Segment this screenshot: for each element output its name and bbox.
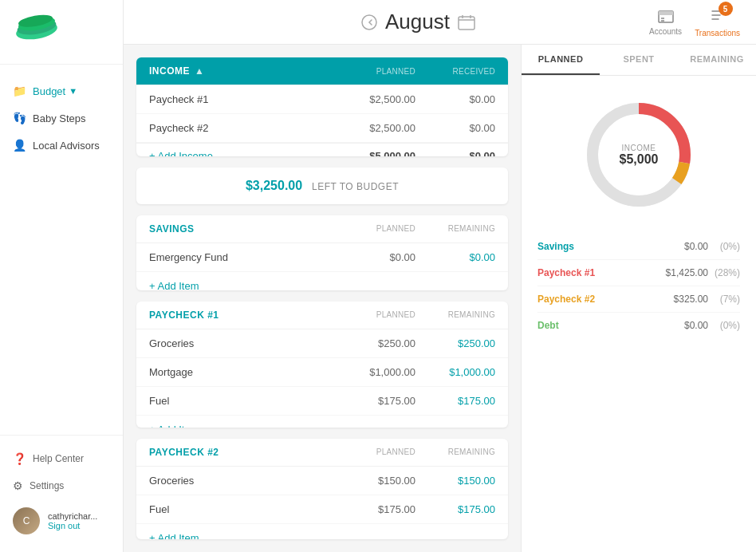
savings-title: SAVINGS bbox=[149, 223, 195, 235]
donut-label: INCOME bbox=[620, 144, 659, 152]
tab-planned[interactable]: PLANNED bbox=[522, 45, 600, 75]
income-total-received: $0.00 bbox=[415, 150, 495, 156]
user-info: cathyrichar... Sign out bbox=[48, 511, 97, 530]
income-chevron[interactable]: ▲ bbox=[195, 65, 204, 77]
breakdown-paycheck2-amount: $325.00 bbox=[652, 294, 708, 305]
breakdown-savings-pct: (0%) bbox=[708, 241, 740, 252]
calendar-icon[interactable] bbox=[458, 14, 475, 30]
accounts-button[interactable]: Accounts bbox=[649, 8, 682, 36]
body-area: INCOME ▲ PLANNED RECEIVED Paycheck #1 $2… bbox=[124, 45, 756, 552]
donut-chart-container: INCOME $5,000 bbox=[522, 76, 756, 227]
logo-area bbox=[0, 0, 123, 65]
paycheck1-row-3-planned: $175.00 bbox=[336, 395, 415, 407]
tab-remaining[interactable]: REMAINING bbox=[678, 45, 756, 75]
paycheck2-row-1-remaining: $150.00 bbox=[415, 475, 495, 487]
paycheck2-row-2-label: Fuel bbox=[149, 503, 336, 515]
sidebar-nav: 📁 Budget ▼ 👣 Baby Steps 👤 Local Advisors bbox=[0, 65, 123, 435]
income-total-planned: $5,000.00 bbox=[336, 150, 415, 156]
sidebar-item-help[interactable]: ❓ Help Center bbox=[0, 445, 123, 472]
sidebar-item-baby-steps[interactable]: 👣 Baby Steps bbox=[0, 104, 123, 132]
sidebar-item-settings[interactable]: ⚙ Settings bbox=[0, 472, 123, 499]
paycheck1-row-1-planned: $250.00 bbox=[336, 337, 415, 349]
tab-spent[interactable]: SPENT bbox=[600, 45, 678, 75]
income-row-2: Paycheck #2 $2,500.00 $0.00 bbox=[136, 114, 508, 143]
settings-icon: ⚙ bbox=[13, 479, 23, 492]
sidebar: 📁 Budget ▼ 👣 Baby Steps 👤 Local Advisors… bbox=[0, 0, 124, 552]
sidebar-label-local-advisors: Local Advisors bbox=[33, 140, 100, 152]
savings-section: SAVINGS PLANNED REMAINING Emergency Fund… bbox=[136, 215, 508, 290]
add-savings-button[interactable]: + Add Item bbox=[136, 272, 508, 290]
paycheck1-row-3: Fuel $175.00 $175.00 bbox=[136, 387, 508, 416]
budget-arrow: ▼ bbox=[69, 86, 77, 96]
income-header: INCOME ▲ PLANNED RECEIVED bbox=[136, 57, 508, 85]
budget-list: INCOME ▲ PLANNED RECEIVED Paycheck #1 $2… bbox=[124, 45, 521, 552]
add-paycheck2-button[interactable]: + Add Item bbox=[136, 524, 508, 539]
header: August Accounts bbox=[124, 0, 756, 45]
sidebar-item-local-advisors[interactable]: 👤 Local Advisors bbox=[0, 132, 123, 159]
add-paycheck1-button[interactable]: + Add Item bbox=[136, 416, 508, 428]
accounts-icon bbox=[657, 8, 675, 26]
main-content: August Accounts bbox=[124, 0, 756, 552]
savings-col-headers: PLANNED REMAINING bbox=[336, 224, 495, 233]
income-row-1-label: Paycheck #1 bbox=[149, 93, 336, 105]
donut-value: $5,000 bbox=[620, 152, 659, 167]
savings-header: SAVINGS PLANNED REMAINING bbox=[136, 215, 508, 243]
paycheck2-row-2-planned: $175.00 bbox=[336, 503, 415, 515]
paycheck1-row-1: Groceries $250.00 $250.00 bbox=[136, 329, 508, 358]
income-received-header: RECEIVED bbox=[415, 67, 495, 76]
month-nav-icon[interactable] bbox=[361, 14, 377, 30]
paycheck1-planned-header: PLANNED bbox=[336, 310, 415, 319]
left-to-budget-label: LEFT TO BUDGET bbox=[312, 181, 399, 192]
paycheck2-title: PAYCHECK #2 bbox=[149, 447, 219, 458]
income-planned-header: PLANNED bbox=[336, 67, 415, 76]
income-row-2-planned: $2,500.00 bbox=[336, 122, 415, 134]
paycheck2-remaining-header: REMAINING bbox=[415, 448, 495, 456]
paycheck1-section: PAYCHECK #1 PLANNED REMAINING Groceries … bbox=[136, 302, 508, 428]
sidebar-item-budget[interactable]: 📁 Budget ▼ bbox=[0, 77, 123, 104]
add-income-label: + Add Income bbox=[149, 150, 213, 156]
breakdown-paycheck2-label: Paycheck #2 bbox=[537, 294, 652, 305]
add-paycheck1-label: + Add Item bbox=[149, 424, 199, 428]
left-to-budget-banner: $3,250.00 LEFT TO BUDGET bbox=[136, 168, 508, 204]
transactions-label: Transactions bbox=[695, 29, 740, 37]
baby-steps-icon: 👣 bbox=[13, 112, 26, 124]
sidebar-label-settings: Settings bbox=[30, 480, 64, 491]
breakdown-savings: Savings $0.00 (0%) bbox=[537, 234, 740, 260]
sign-out-link[interactable]: Sign out bbox=[48, 521, 97, 530]
income-row-1-received: $0.00 bbox=[415, 93, 495, 105]
add-savings-label: + Add Item bbox=[149, 280, 199, 290]
paycheck1-remaining-header: REMAINING bbox=[415, 310, 495, 319]
paycheck1-header: PAYCHECK #1 PLANNED REMAINING bbox=[136, 302, 508, 329]
donut-center: INCOME $5,000 bbox=[620, 144, 659, 167]
savings-remaining-header: REMAINING bbox=[415, 224, 495, 233]
user-area: C cathyrichar... Sign out bbox=[0, 499, 123, 542]
avatar: C bbox=[13, 507, 40, 534]
user-name: cathyrichar... bbox=[48, 511, 97, 521]
left-to-budget-amount: $3,250.00 bbox=[246, 179, 302, 192]
savings-row-1-remaining: $0.00 bbox=[415, 251, 495, 263]
app-logo bbox=[13, 14, 61, 46]
breakdown-paycheck2: Paycheck #2 $325.00 (7%) bbox=[537, 286, 740, 313]
transactions-button[interactable]: 5 Transactions bbox=[695, 6, 740, 37]
right-panel: PLANNED SPENT REMAINING bbox=[521, 45, 756, 552]
paycheck2-row-1: Groceries $150.00 $150.00 bbox=[136, 467, 508, 495]
paycheck1-row-1-label: Groceries bbox=[149, 337, 336, 349]
breakdown-paycheck2-pct: (7%) bbox=[708, 294, 740, 305]
paycheck2-section: PAYCHECK #2 PLANNED REMAINING Groceries … bbox=[136, 439, 508, 539]
income-row-1-planned: $2,500.00 bbox=[336, 93, 415, 105]
breakdown-debt: Debt $0.00 (0%) bbox=[537, 313, 740, 338]
savings-planned-header: PLANNED bbox=[336, 224, 415, 233]
right-tabs: PLANNED SPENT REMAINING bbox=[522, 45, 756, 76]
paycheck1-col-headers: PLANNED REMAINING bbox=[336, 310, 495, 319]
paycheck1-row-3-label: Fuel bbox=[149, 395, 336, 407]
paycheck1-row-2: Mortgage $1,000.00 $1,000.00 bbox=[136, 358, 508, 387]
add-income-button[interactable]: + Add Income bbox=[149, 150, 336, 156]
income-col-headers: PLANNED RECEIVED bbox=[336, 67, 495, 76]
breakdown-paycheck1: Paycheck #1 $1,425.00 (28%) bbox=[537, 260, 740, 286]
breakdown-debt-amount: $0.00 bbox=[652, 320, 708, 331]
paycheck1-row-2-label: Mortgage bbox=[149, 366, 336, 378]
income-row-2-received: $0.00 bbox=[415, 122, 495, 134]
breakdown-savings-label: Savings bbox=[537, 241, 652, 252]
help-icon: ❓ bbox=[13, 452, 26, 465]
breakdown-paycheck1-pct: (28%) bbox=[708, 267, 740, 278]
